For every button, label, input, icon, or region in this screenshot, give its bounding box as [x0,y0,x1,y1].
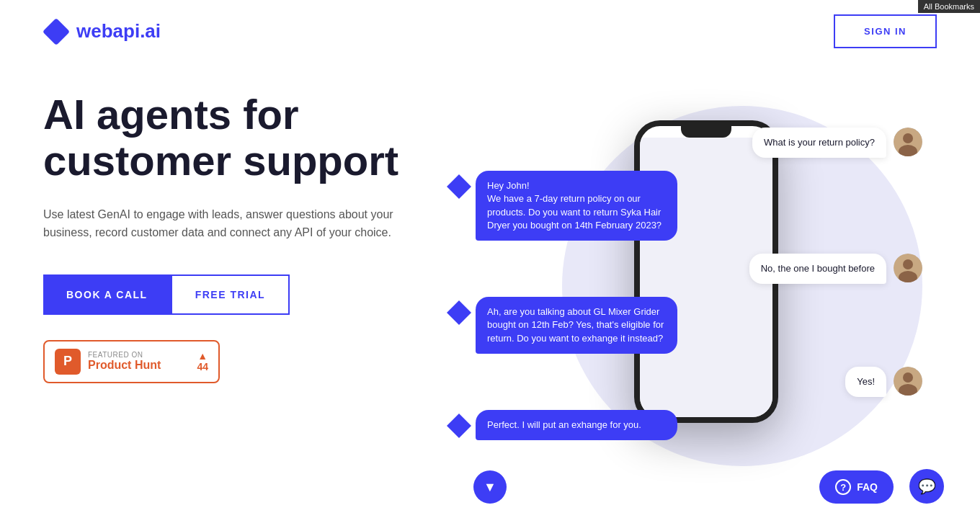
book-call-button[interactable]: BOOK A CALL [43,274,171,315]
diamond-decoration-3 [450,417,468,434]
product-hunt-badge[interactable]: P FEATURED ON Product Hunt ▲ 44 [43,340,220,383]
bot-message-3: Perfect. I will put an exhange for you. [461,410,922,440]
user-avatar [894,254,922,282]
user-bubble: No, the one I bought before [749,254,886,284]
bookmarks-label: All Bookmarks [924,2,974,11]
bookmarks-bar: All Bookmarks [918,0,980,13]
bot-bubble: Hey John!We have a 7-day return policy o… [476,171,677,241]
svg-point-2 [903,133,913,143]
chat-row: What is your return policy? [461,128,922,158]
hero-description: Use latest GenAI to engage with leads, a… [43,205,418,242]
sign-in-button[interactable]: SIGN IN [834,14,937,48]
diamond-decoration-1 [450,178,468,195]
free-trial-button[interactable]: FREE TRIAL [171,274,290,315]
header: webapi.ai SIGN IN [0,0,980,63]
user-bubble: What is your return policy? [752,128,886,158]
user-avatar [894,128,922,156]
user-avatar [894,367,922,396]
chat-row: Yes! [461,367,922,397]
product-hunt-logo: P [55,349,81,375]
logo: webapi.ai [43,19,161,45]
chat-support-button[interactable]: 💬 [909,469,944,504]
product-hunt-votes: ▲ 44 [197,351,208,372]
diamond-decoration-2 [450,304,468,321]
bot-bubble: Ah, are you talking about GL Mixer Gride… [476,297,677,354]
chat-icon: 💬 [918,478,936,495]
bot-message-2: Ah, are you talking about GL Mixer Gride… [461,297,922,354]
left-panel: AI agents for customer support Use lates… [43,84,461,518]
svg-point-8 [903,372,913,383]
chevron-down-icon: ▼ [484,480,496,495]
main-content: AI agents for customer support Use lates… [0,63,980,518]
scroll-down-button[interactable]: ▼ [473,470,507,504]
faq-button[interactable]: ? FAQ [819,470,894,504]
chat-row: No, the one I bought before [461,254,922,284]
cta-buttons: BOOK A CALL FREE TRIAL [43,274,461,315]
svg-rect-0 [43,19,69,45]
right-panel: What is your return policy? Hey John!We … [447,84,937,518]
svg-point-5 [903,259,913,269]
faq-question-icon: ? [835,479,851,495]
hero-headline: AI agents for customer support [43,91,461,184]
logo-text: webapi.ai [76,20,161,43]
bot-message-1: Hey John!We have a 7-day return policy o… [461,171,922,241]
product-hunt-text: FEATURED ON Product Hunt [88,351,190,372]
user-bubble: Yes! [845,367,886,397]
logo-diamond-icon [43,19,69,45]
chat-messages: What is your return policy? Hey John!We … [461,128,922,453]
bot-bubble: Perfect. I will put an exhange for you. [476,410,677,440]
